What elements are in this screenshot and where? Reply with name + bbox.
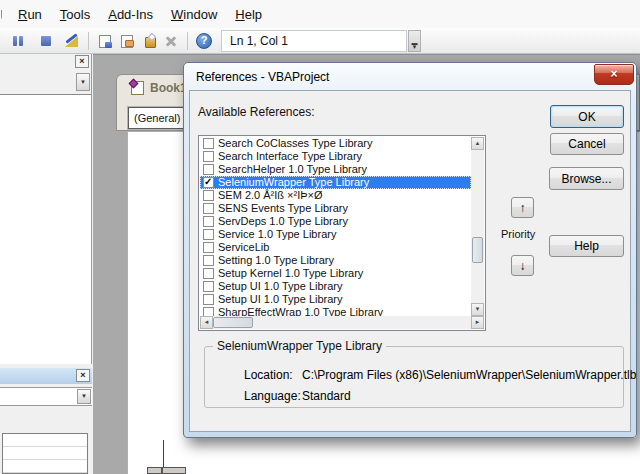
menu-item-clipped[interactable]: g bbox=[1, 5, 9, 23]
language-label: Language: bbox=[244, 389, 301, 403]
scroll-down-icon[interactable]: ▼ bbox=[471, 303, 484, 316]
project-explorer-icon[interactable] bbox=[97, 33, 113, 49]
workbook-icon bbox=[131, 81, 144, 95]
properties-header[interactable]: × bbox=[0, 368, 92, 384]
reference-checkbox[interactable]: ✓ bbox=[203, 255, 214, 266]
project-explorer-header[interactable]: × bbox=[0, 54, 91, 70]
reference-item[interactable]: ✓Search Interface Type Library bbox=[200, 150, 471, 163]
reference-checkbox[interactable]: ✓ bbox=[203, 203, 214, 214]
reference-item[interactable]: ✓Setup UI 1.0 Type Library bbox=[200, 280, 471, 293]
cancel-button[interactable]: Cancel bbox=[550, 133, 624, 155]
horizontal-scrollbar-thumb[interactable] bbox=[213, 317, 253, 328]
language-value: Standard bbox=[302, 389, 351, 403]
reference-checkbox[interactable]: ✓ bbox=[203, 216, 214, 227]
priority-up-button[interactable]: ↑ bbox=[511, 197, 534, 218]
toolbar-separator bbox=[88, 32, 89, 50]
help-icon[interactable]: ? bbox=[196, 33, 212, 49]
references-listbox[interactable]: ✓Search CoClasses Type Library ✓Search I… bbox=[198, 135, 486, 331]
properties-grid-row bbox=[3, 460, 87, 473]
reference-checkbox[interactable]: ✓ bbox=[203, 268, 214, 279]
properties-panel: × ▼ bbox=[0, 368, 92, 474]
help-button[interactable]: Help bbox=[549, 235, 624, 257]
reference-item[interactable]: ✓Setup Kernel 1.0 Type Library bbox=[200, 267, 471, 280]
toolbox-icon[interactable] bbox=[163, 33, 179, 49]
reference-checkbox[interactable]: ✓ bbox=[203, 190, 214, 201]
project-explorer-panel: × ▼ bbox=[0, 54, 92, 364]
properties-window-icon[interactable] bbox=[119, 33, 135, 49]
toolbar-separator bbox=[187, 32, 188, 50]
chevron-down-icon[interactable]: ▼ bbox=[77, 389, 91, 404]
reference-item-selected[interactable]: ✓SeleniumWrapper Type Library bbox=[200, 176, 471, 189]
reference-item[interactable]: ✓SENS Events Type Library bbox=[200, 202, 471, 215]
menu-item-run[interactable]: Run bbox=[9, 3, 51, 26]
close-icon[interactable]: × bbox=[76, 369, 90, 382]
scroll-left-icon[interactable]: ◄ bbox=[200, 316, 213, 329]
reference-item[interactable]: ✓ServiceLib bbox=[200, 241, 471, 254]
reference-item[interactable]: ✓Setup UI 1.0 Type Library bbox=[200, 293, 471, 306]
dialog-title: References - VBAProject bbox=[196, 70, 329, 84]
properties-grid-row bbox=[3, 447, 87, 460]
horizontal-scrollbar[interactable]: ◄ ► bbox=[200, 316, 484, 329]
scroll-up-icon[interactable]: ▲ bbox=[471, 137, 484, 150]
vba-editor-window: g Run Tools Add-Ins Window Help ? Ln 1, … bbox=[0, 0, 640, 474]
pause-icon[interactable] bbox=[10, 33, 26, 49]
reference-checkbox[interactable]: ✓ bbox=[203, 151, 214, 162]
standard-toolbar: ? Ln 1, Col 1 ▬▼ bbox=[0, 28, 640, 54]
split-handle[interactable] bbox=[147, 467, 162, 474]
priority-label: Priority bbox=[501, 228, 535, 240]
properties-grid[interactable] bbox=[2, 433, 88, 474]
priority-down-button[interactable]: ↓ bbox=[511, 255, 534, 276]
cursor-position-status: Ln 1, Col 1 bbox=[221, 30, 407, 52]
menu-bar: g Run Tools Add-Ins Window Help bbox=[0, 0, 640, 28]
available-references-label: Available References: bbox=[198, 105, 315, 119]
reference-checkbox[interactable]: ✓ bbox=[203, 138, 214, 149]
reference-checkbox[interactable]: ✓ bbox=[203, 294, 214, 305]
reference-info-title: SeleniumWrapper Type Library bbox=[213, 339, 386, 353]
reference-item[interactable]: ✓SEM 2.0 Å²Iß ×²IÞ×Ø bbox=[200, 189, 471, 202]
reference-item[interactable]: ✓SearchHelper 1.0 Type Library bbox=[200, 163, 471, 176]
toolbar-options-dropdown-icon[interactable]: ▬▼ bbox=[408, 30, 421, 52]
references-list: ✓Search CoClasses Type Library ✓Search I… bbox=[200, 137, 471, 316]
selected-reference-info-group: SeleniumWrapper Type Library Location: C… bbox=[204, 346, 624, 408]
scrollbar-left-stub[interactable] bbox=[162, 467, 186, 474]
reference-checkbox[interactable]: ✓ bbox=[203, 307, 214, 316]
browse-button[interactable]: Browse... bbox=[549, 167, 624, 190]
chevron-down-icon[interactable]: ▼ bbox=[76, 73, 90, 91]
menu-item-help[interactable]: Help bbox=[226, 3, 271, 26]
design-mode-icon[interactable] bbox=[64, 33, 80, 49]
menu-item-addins[interactable]: Add-Ins bbox=[99, 3, 162, 26]
reference-item[interactable]: ✓SharpEffectWrap 1.0 Type Library bbox=[200, 306, 471, 316]
dialog-body: Available References: ✓Search CoClasses … bbox=[189, 90, 631, 432]
close-icon[interactable]: × bbox=[594, 64, 634, 85]
reference-checkbox[interactable]: ✓ bbox=[203, 164, 214, 175]
references-dialog: References - VBAProject × Available Refe… bbox=[183, 62, 637, 438]
scroll-right-icon[interactable]: ► bbox=[471, 316, 484, 329]
reference-checkbox[interactable]: ✓ bbox=[203, 281, 214, 292]
vertical-scrollbar[interactable]: ▲ ▼ bbox=[471, 137, 484, 316]
properties-object-combobox[interactable]: ▼ bbox=[0, 387, 92, 406]
ok-button[interactable]: OK bbox=[550, 105, 624, 128]
menu-item-tools[interactable]: Tools bbox=[51, 3, 99, 26]
project-explorer-toolbar: ▼ bbox=[0, 70, 91, 95]
menu-item-window[interactable]: Window bbox=[162, 3, 226, 26]
reference-item[interactable]: ✓Service 1.0 Type Library bbox=[200, 228, 471, 241]
reference-checkbox[interactable]: ✓ bbox=[203, 242, 214, 253]
reference-item[interactable]: ✓Setting 1.0 Type Library bbox=[200, 254, 471, 267]
vertical-scrollbar-thumb[interactable] bbox=[472, 237, 483, 263]
stop-icon[interactable] bbox=[38, 33, 54, 49]
reference-checkbox[interactable]: ✓ bbox=[203, 229, 214, 240]
reference-item[interactable]: ✓ServDeps 1.0 Type Library bbox=[200, 215, 471, 228]
location-value: C:\Program Files (x86)\SeleniumWrapper\S… bbox=[302, 368, 636, 382]
close-icon[interactable]: × bbox=[75, 55, 89, 68]
properties-grid-row bbox=[3, 434, 87, 447]
code-window-title: Book1 bbox=[150, 81, 187, 95]
object-browser-icon[interactable] bbox=[141, 33, 157, 49]
reference-item[interactable]: ✓Search CoClasses Type Library bbox=[200, 137, 471, 150]
reference-checkbox[interactable]: ✓ bbox=[203, 177, 214, 188]
location-label: Location: bbox=[244, 368, 293, 382]
